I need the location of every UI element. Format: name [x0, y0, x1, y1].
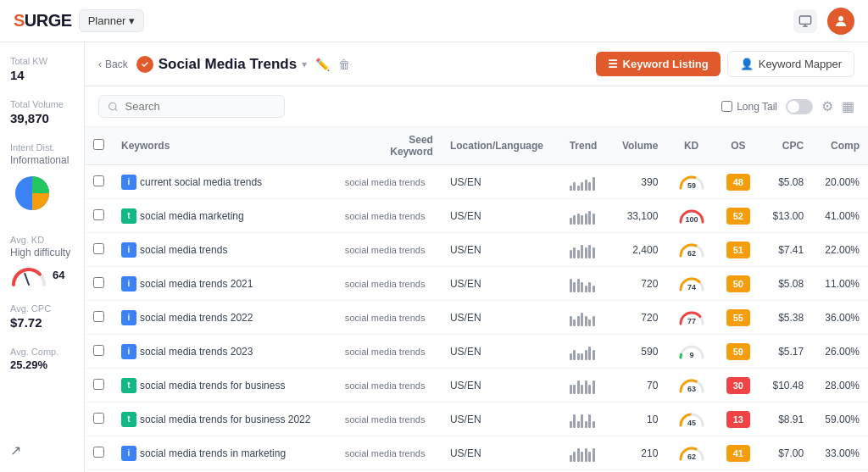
- row-checkbox[interactable]: [93, 379, 104, 390]
- os-cell: 50: [716, 267, 760, 301]
- trend-bar: [577, 380, 580, 394]
- row-checkbox-cell[interactable]: [85, 233, 113, 267]
- row-checkbox[interactable]: [93, 243, 104, 254]
- trend-cell: [561, 436, 609, 470]
- row-checkbox[interactable]: [93, 277, 104, 288]
- comp-cell: 22.00%: [812, 233, 868, 267]
- cpc-cell: $7.41: [760, 233, 812, 267]
- keyword-type-icon: i: [121, 446, 136, 461]
- kd-cell: 63: [666, 369, 715, 403]
- planner-chevron-icon: ▾: [129, 14, 135, 27]
- svg-text:74: 74: [687, 283, 696, 292]
- back-label: Back: [105, 58, 128, 70]
- trend-bar: [585, 286, 587, 292]
- row-checkbox-cell[interactable]: [85, 369, 113, 403]
- trend-bars: [570, 309, 601, 326]
- toolbar: ‹ Back Social Media Trends ▾ ✏️ 🗑 ☰ Keyw…: [85, 42, 868, 86]
- keyword-mapper-button[interactable]: 👤 Keyword Mapper: [727, 51, 854, 77]
- mapper-icon: 👤: [740, 58, 754, 70]
- row-checkbox[interactable]: [93, 345, 104, 356]
- sidebar: Total KW 14 Total Volume 39,870 Intent D…: [0, 42, 85, 472]
- trend-bar: [585, 316, 587, 326]
- trash-icon[interactable]: 🗑: [338, 58, 350, 71]
- row-checkbox-cell[interactable]: [85, 199, 113, 233]
- kd-gauge-svg: 9: [677, 341, 706, 359]
- seed-keyword-cell: social media trends: [337, 436, 442, 470]
- trend-bar: [581, 452, 583, 462]
- volume-cell: 720: [609, 267, 667, 301]
- toggle-switch[interactable]: [786, 99, 813, 114]
- trend-bar: [573, 385, 576, 394]
- table-row: i social media trends in marketing socia…: [85, 436, 868, 470]
- trend-bar: [585, 180, 587, 191]
- trend-bar: [577, 448, 580, 462]
- edit-icon[interactable]: ✏️: [315, 58, 330, 71]
- trend-cell: [561, 233, 609, 267]
- total-kw-label: Total KW: [10, 56, 74, 66]
- row-checkbox[interactable]: [93, 175, 104, 186]
- trend-bar: [585, 380, 587, 394]
- project-chevron-icon[interactable]: ▾: [302, 58, 307, 70]
- back-button[interactable]: ‹ Back: [98, 58, 128, 70]
- keyword-text: social media trends: [140, 244, 227, 256]
- kd-cell: 74: [666, 267, 715, 301]
- keyword-cell: i social media trends 2023: [113, 335, 337, 369]
- search-icon: [108, 101, 119, 113]
- avg-comp-stat: Avg. Comp. 25.29%: [10, 347, 74, 371]
- chat-icon[interactable]: [793, 9, 817, 33]
- keyword-cell: i social media trends 2021: [113, 267, 337, 301]
- volume-cell: 720: [609, 301, 667, 335]
- row-checkbox-cell[interactable]: [85, 301, 113, 335]
- comp-cell: 59.00%: [812, 403, 868, 436]
- row-checkbox-cell[interactable]: [85, 267, 113, 301]
- row-checkbox[interactable]: [93, 311, 104, 322]
- os-cell: 52: [716, 199, 760, 233]
- svg-text:59: 59: [687, 181, 696, 190]
- filter-icon[interactable]: ⚙: [821, 98, 833, 114]
- export-icon[interactable]: ↗: [10, 443, 21, 458]
- keyword-text: social media trends in marketing: [140, 447, 286, 459]
- nav-left: SURGE Planner ▾: [14, 9, 144, 32]
- total-kw-value: 14: [10, 68, 74, 82]
- cpc-cell: $5.38: [760, 301, 812, 335]
- search-input-wrap[interactable]: [98, 95, 285, 118]
- select-all-header[interactable]: [85, 127, 113, 165]
- volume-cell: 2,400: [609, 233, 667, 267]
- row-checkbox-cell[interactable]: [85, 403, 113, 436]
- row-checkbox[interactable]: [93, 447, 104, 458]
- trend-cell: [561, 199, 609, 233]
- trend-bars: [570, 445, 601, 462]
- search-input[interactable]: [125, 100, 275, 113]
- comp-cell: 26.00%: [812, 335, 868, 369]
- select-all-checkbox[interactable]: [93, 139, 104, 150]
- trend-cell: [561, 403, 609, 436]
- kd-gauge-svg: 59: [677, 171, 706, 190]
- toggle-knob: [787, 101, 799, 113]
- user-avatar[interactable]: [827, 8, 854, 35]
- planner-button[interactable]: Planner ▾: [79, 9, 145, 32]
- kd-gauge-svg: 77: [677, 307, 706, 325]
- kd-gauge: 64: [10, 263, 74, 286]
- kd-header: KD: [666, 127, 715, 165]
- keyword-listing-button[interactable]: ☰ Keyword Listing: [596, 52, 721, 76]
- kd-gauge-svg: 62: [677, 442, 706, 461]
- keyword-listing-label: Keyword Listing: [623, 58, 709, 70]
- row-checkbox-cell[interactable]: [85, 335, 113, 369]
- long-tail-checkbox[interactable]: [721, 101, 732, 112]
- kd-gauge-svg: 45: [677, 408, 706, 427]
- row-checkbox[interactable]: [93, 413, 104, 424]
- svg-point-1: [838, 16, 843, 21]
- row-checkbox[interactable]: [93, 209, 104, 220]
- keyword-type-icon: i: [121, 344, 136, 359]
- columns-icon[interactable]: ▦: [842, 98, 854, 114]
- avg-kd-number: 64: [53, 269, 64, 281]
- avg-comp-label: Avg. Comp.: [10, 347, 74, 357]
- table-row: t social media trends for business 2022 …: [85, 403, 868, 436]
- keyword-cell: t social media marketing: [113, 199, 337, 233]
- row-checkbox-cell[interactable]: [85, 165, 113, 199]
- trend-bar: [585, 247, 587, 258]
- keyword-type-icon: i: [121, 242, 136, 258]
- os-cell: 41: [716, 436, 760, 470]
- trend-cell: [561, 369, 609, 403]
- row-checkbox-cell[interactable]: [85, 436, 113, 470]
